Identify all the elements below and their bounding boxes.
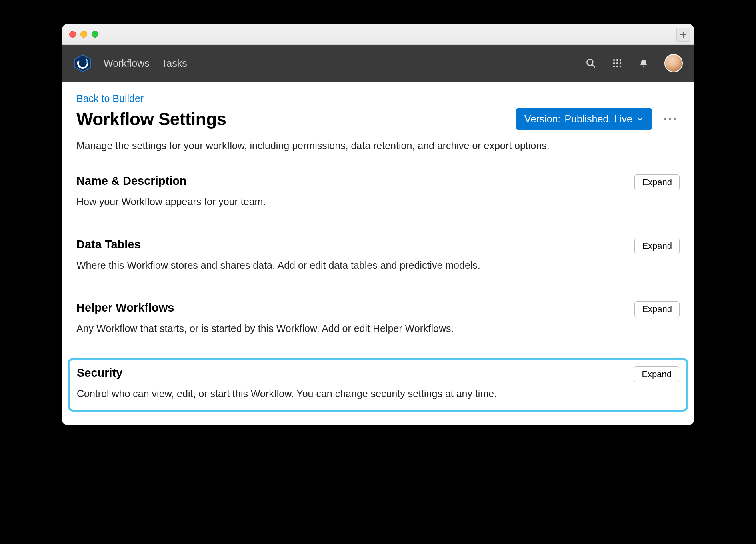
more-actions-button[interactable] [660, 117, 680, 122]
svg-point-2 [86, 60, 88, 63]
svg-point-12 [616, 66, 618, 67]
bell-icon [639, 58, 648, 68]
expand-button[interactable]: Expand [634, 301, 680, 317]
svg-point-13 [620, 66, 621, 67]
page-content: Back to Builder Workflow Settings Versio… [62, 82, 694, 412]
expand-button[interactable]: Expand [634, 238, 680, 254]
section-security: Security Expand Control who can view, ed… [68, 358, 688, 412]
section-name-description: Name & Description Expand How your Workf… [76, 168, 680, 218]
svg-point-15 [669, 118, 671, 120]
section-title: Data Tables [76, 238, 141, 251]
more-horizontal-icon [663, 117, 677, 122]
minimize-window-button[interactable] [80, 31, 87, 38]
page-title: Workflow Settings [76, 109, 226, 129]
top-nav-right [585, 54, 683, 72]
user-avatar[interactable] [664, 54, 683, 72]
nav-tasks[interactable]: Tasks [162, 58, 187, 69]
apps-button[interactable] [612, 58, 623, 69]
window-titlebar [62, 24, 694, 45]
page-header: Workflow Settings Version: Published, Li… [76, 108, 680, 130]
svg-point-7 [620, 59, 621, 61]
apps-grid-icon [612, 58, 622, 68]
notifications-button[interactable] [638, 58, 649, 69]
section-data-tables: Data Tables Expand Where this Workflow s… [76, 232, 680, 281]
version-label: Version: [524, 113, 560, 125]
plus-icon [680, 31, 687, 38]
svg-point-8 [613, 62, 615, 64]
section-description: Control who can view, edit, or start thi… [77, 386, 679, 401]
top-nav: Workflows Tasks [62, 45, 694, 82]
section-description: Where this Workflow stores and shares da… [76, 258, 680, 272]
chevron-down-icon [636, 116, 644, 123]
maximize-window-button[interactable] [92, 31, 98, 38]
version-selector[interactable]: Version: Published, Live [516, 108, 652, 130]
search-icon [586, 58, 596, 68]
expand-button[interactable]: Expand [634, 366, 679, 382]
svg-point-14 [664, 118, 666, 120]
svg-point-11 [613, 66, 615, 67]
new-tab-button[interactable] [676, 28, 690, 42]
page-subtitle: Manage the settings for your workflow, i… [76, 138, 680, 153]
section-title: Helper Workflows [76, 301, 174, 314]
close-window-button[interactable] [69, 31, 76, 38]
app-logo-icon[interactable] [73, 54, 92, 73]
svg-point-5 [613, 59, 615, 61]
settings-sections: Name & Description Expand How your Workf… [76, 168, 680, 412]
version-value: Published, Live [564, 113, 632, 125]
section-title: Security [77, 366, 122, 380]
nav-workflows[interactable]: Workflows [104, 58, 150, 69]
section-helper-workflows: Helper Workflows Expand Any Workflow tha… [76, 295, 680, 344]
svg-point-6 [616, 59, 618, 61]
section-description: How your Workflow appears for your team. [76, 194, 680, 209]
svg-line-4 [592, 65, 595, 67]
back-to-builder-link[interactable]: Back to Builder [76, 93, 144, 104]
svg-point-16 [674, 118, 676, 120]
section-description: Any Workflow that starts, or is started … [76, 321, 680, 336]
expand-button[interactable]: Expand [634, 174, 680, 190]
svg-point-9 [616, 62, 618, 64]
window-controls [69, 31, 98, 38]
svg-point-10 [620, 62, 621, 64]
app-window: Workflows Tasks Back to Builder Workflow… [62, 24, 694, 425]
search-button[interactable] [585, 58, 596, 69]
page-header-actions: Version: Published, Live [516, 108, 680, 130]
section-title: Name & Description [76, 174, 187, 188]
